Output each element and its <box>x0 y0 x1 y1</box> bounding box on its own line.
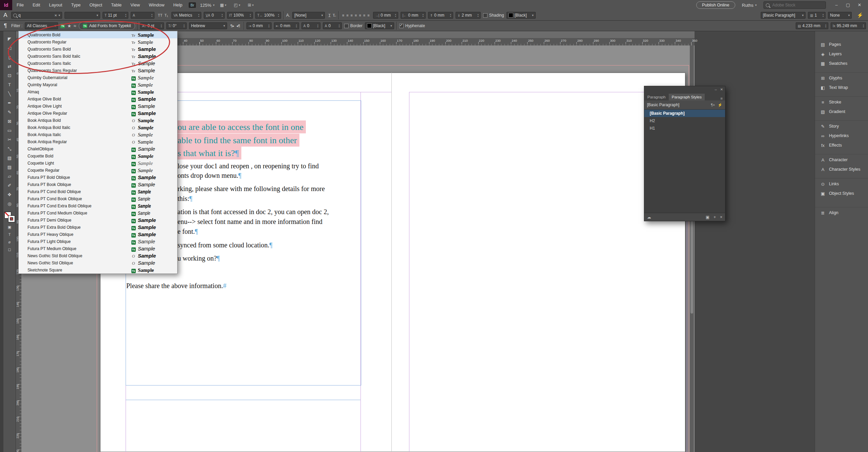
quick-apply-icon[interactable]: ⚡ <box>718 103 722 107</box>
baseline-grid-field[interactable]: ▤4.233 mm▴▾ <box>796 22 828 29</box>
space-before-field[interactable]: ⇑0 mm▴▾ <box>428 12 453 19</box>
font-option[interactable]: Futura PT Cond Bold ObliqueTkSample <box>19 188 177 195</box>
clear-overrides-icon[interactable]: ¶+ <box>711 103 715 107</box>
paragraph-alignment-icon[interactable]: ≡ <box>362 13 366 17</box>
first-line-indent-field[interactable]: ⇥0 mm▴▾ <box>246 22 272 29</box>
stepper-arrows-icon[interactable]: ▴▾ <box>478 13 479 17</box>
font-option[interactable]: Futura PT Bold ObliqueTkSample <box>19 174 177 181</box>
font-option[interactable]: Futura PT Heavy ObliqueTkSample <box>19 231 177 238</box>
stepper-arrows-icon[interactable]: ▴▾ <box>317 24 318 28</box>
stepper-arrows-icon[interactable]: ▴▾ <box>296 24 297 28</box>
font-size-field[interactable]: T11 pt▴▾ <box>103 12 128 19</box>
stepper-arrows-icon[interactable]: ▴▾ <box>395 13 396 17</box>
style-item[interactable]: [Basic Paragraph] <box>644 110 725 117</box>
checkbox-icon[interactable] <box>483 13 487 18</box>
tracking-field[interactable]: V̲A0▴▾ <box>204 12 225 19</box>
last-line-indent-field[interactable]: ⇤0 mm▴▾ <box>274 22 299 29</box>
favorite-fonts-filter-icon[interactable]: ★ <box>67 23 71 29</box>
border-color-select[interactable]: [Black]▾ <box>365 22 394 29</box>
dock-item-character[interactable]: ACharacter <box>815 155 868 165</box>
minimize-icon[interactable]: – <box>831 0 842 10</box>
filter-classes-select[interactable]: All Classes▾ <box>25 22 58 29</box>
menu-object[interactable]: Object <box>85 0 107 10</box>
stepper-arrows-icon[interactable]: ▴▾ <box>222 13 223 17</box>
document-text-line[interactable]: rking, please share with me following de… <box>178 185 325 193</box>
menu-help[interactable]: Help <box>169 0 187 10</box>
content-collector-tool[interactable]: ⊡ <box>3 71 16 80</box>
paragraph-alignment-icon[interactable]: ≡ <box>366 13 370 17</box>
font-option[interactable]: Futura PT Cond Medium ObliqueTkSample <box>19 209 177 216</box>
font-option[interactable]: Book Antiqua RegularOSample <box>19 138 177 145</box>
stepper-arrows-icon[interactable]: ▴▾ <box>863 24 864 28</box>
font-option[interactable]: Quattrocento Sans Bold ItalicTrSample <box>19 53 177 60</box>
columns-field[interactable]: ▥1▴▾ <box>808 12 826 19</box>
typekit-filter-icon[interactable]: Tk <box>60 24 65 28</box>
fill-stroke-swatches[interactable] <box>4 212 15 222</box>
quick-apply-icon[interactable]: ⚡ <box>854 12 866 18</box>
font-option[interactable]: AlmaqTkSample <box>19 88 177 95</box>
restore-icon[interactable]: ▢ <box>842 0 854 10</box>
stepper-arrows-icon[interactable]: ▴▾ <box>823 13 824 17</box>
case-position-icon[interactable]: T₁ <box>163 13 169 17</box>
formatting-affects-text-icon[interactable]: T <box>3 231 16 238</box>
font-option[interactable]: Futura PT Light ObliqueTkSample <box>19 238 177 245</box>
checkbox-icon[interactable] <box>344 24 349 28</box>
zoom-level-select[interactable]: 125%▾ <box>198 3 217 8</box>
document-text-line[interactable]: u working on?¶ <box>178 254 220 262</box>
dock-item-hyperlinks[interactable]: ∞Hyperlinks <box>815 131 868 140</box>
font-option[interactable]: Book Antiqua BoldOSample <box>19 117 177 124</box>
vertical-scale-field[interactable]: IT100%▴▾ <box>227 12 253 19</box>
document-text-line[interactable]: able to find the same font in other <box>178 134 299 147</box>
document-text-line[interactable]: synced from some cloud location.¶ <box>178 241 273 249</box>
stepper-arrows-icon[interactable]: ▴▾ <box>198 13 199 17</box>
free-transform-tool[interactable]: ⤡ <box>3 144 16 153</box>
shading-checkbox[interactable]: Shading <box>483 13 504 18</box>
hand-tool[interactable]: ✥ <box>3 190 16 199</box>
font-option[interactable]: Quattrocento Sans BoldTrSample <box>19 45 177 53</box>
document-text-line[interactable]: ation is that font accessed in doc 2, yo… <box>178 208 329 216</box>
menu-window[interactable]: Window <box>144 0 169 10</box>
left-indent-field[interactable]: →|0 mm▴▾ <box>373 12 398 19</box>
clear-search-icon[interactable]: ✕ <box>54 14 57 17</box>
stepper-arrows-icon[interactable]: ▴▾ <box>151 13 152 17</box>
rectangle-frame-tool[interactable]: ⊠ <box>3 117 16 126</box>
new-style-icon[interactable]: + <box>714 215 716 220</box>
zoom-tool[interactable]: ◎ <box>3 199 16 208</box>
gradient-feather-tool[interactable]: ▨ <box>3 163 16 172</box>
menu-edit[interactable]: Edit <box>28 0 44 10</box>
delete-style-icon[interactable]: × <box>720 215 722 220</box>
dock-item-layers[interactable]: ◈Layers <box>815 49 868 59</box>
gap-tool[interactable]: ⇄ <box>3 62 16 71</box>
document-text-line[interactable]: ou are able to access the font in one <box>178 120 306 133</box>
gradient-swatch-tool[interactable]: ▧ <box>3 153 16 163</box>
direct-selection-tool[interactable]: ◁ <box>3 43 16 53</box>
screen-mode-icon[interactable]: ◰▾ <box>234 3 240 7</box>
font-option[interactable]: Coquette BoldTkSample <box>19 152 177 159</box>
page-tool[interactable]: ▯ <box>3 53 16 62</box>
stroke-swatch[interactable] <box>8 216 15 222</box>
stepper-arrows-icon[interactable]: ▴▾ <box>423 13 424 17</box>
dock-item-stroke[interactable]: ≡Stroke <box>815 97 868 107</box>
case-position-icon[interactable]: TT <box>157 13 163 17</box>
document-text-line[interactable]: onts drop down menu.¶ <box>178 171 241 180</box>
style-group-icon[interactable]: ▣ <box>706 215 709 220</box>
dock-item-character-styles[interactable]: ACharacter Styles <box>815 165 868 174</box>
menu-file[interactable]: File <box>12 0 28 10</box>
font-option[interactable]: Antique Olive LightTkSample <box>19 102 177 110</box>
tab-paragraph-styles[interactable]: Paragraph Styles <box>669 94 705 100</box>
bridge-icon[interactable]: Br <box>189 2 196 8</box>
formatting-affects-container-icon[interactable]: ▣ <box>3 223 16 231</box>
font-option[interactable]: ChaletObliqueTkSample <box>19 145 177 152</box>
font-option[interactable]: Book Antiqua Bold ItalicOSample <box>19 124 177 131</box>
view-options-icon[interactable]: ▦▾ <box>220 3 226 7</box>
stepper-arrows-icon[interactable]: ▴▾ <box>125 13 126 17</box>
menu-table[interactable]: Table <box>107 0 126 10</box>
border-checkbox[interactable]: Border <box>344 23 363 28</box>
stepper-arrows-icon[interactable]: ▴▾ <box>161 24 162 28</box>
paragraph-alignment-icon[interactable]: ≡ <box>358 13 362 17</box>
font-option[interactable]: Quimby GubernatorialTkSample <box>19 74 177 81</box>
adobe-stock-search[interactable] <box>763 1 826 9</box>
underline-strikethrough-icon[interactable]: T̶ <box>332 13 336 17</box>
apply-none-icon[interactable]: ⌀ <box>3 238 16 246</box>
paragraph-direction-icon[interactable]: ◂¶ <box>235 24 241 28</box>
